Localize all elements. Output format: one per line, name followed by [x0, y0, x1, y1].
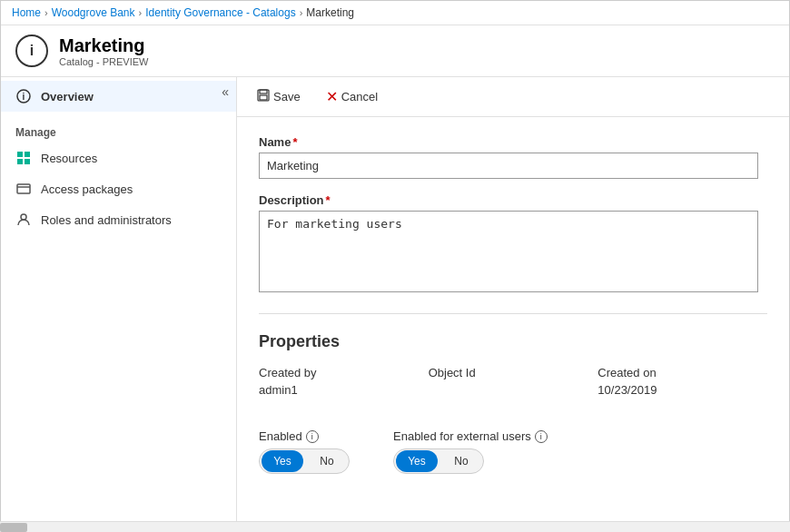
breadcrumb-sep-2: ›: [139, 7, 143, 18]
breadcrumb-sep-1: ›: [44, 7, 48, 18]
enabled-yes-option[interactable]: Yes: [262, 450, 303, 472]
external-toggle[interactable]: Yes No: [393, 448, 484, 474]
resources-icon: [15, 150, 32, 166]
main-layout: « i Overview Manage Resources: [1, 77, 789, 529]
page-header: i Marketing Catalog - PREVIEW: [1, 25, 789, 77]
sidebar-roles-label: Roles and administrators: [41, 213, 172, 227]
description-label: Description *: [259, 193, 767, 207]
cancel-icon: ✕: [326, 88, 338, 105]
breadcrumb-woodgrove[interactable]: Woodgrove Bank: [52, 6, 135, 19]
breadcrumb-current: Marketing: [306, 6, 354, 19]
external-toggle-group: Enabled for external users i Yes No: [393, 429, 548, 474]
horizontal-scrollbar[interactable]: [0, 521, 790, 532]
svg-rect-6: [260, 90, 267, 94]
created-on-col: Created on 10/23/2019: [597, 366, 767, 411]
access-packages-icon: [15, 181, 32, 197]
save-button[interactable]: Save: [252, 85, 306, 108]
scrollbar-thumb[interactable]: [0, 523, 27, 532]
enabled-no-option[interactable]: No: [305, 449, 349, 473]
sidebar: « i Overview Manage Resources: [1, 77, 237, 529]
toolbar: Save ✕ Cancel: [237, 77, 789, 117]
description-textarea[interactable]: [259, 211, 758, 292]
sidebar-item-roles[interactable]: Roles and administrators: [1, 204, 236, 235]
page-title: Marketing: [59, 35, 148, 56]
object-id-label: Object Id: [429, 366, 598, 379]
cancel-button[interactable]: ✕ Cancel: [321, 84, 383, 109]
created-on-label: Created on: [597, 366, 767, 379]
external-yes-option[interactable]: Yes: [396, 450, 438, 472]
name-required: *: [292, 135, 297, 149]
sidebar-item-overview[interactable]: i Overview: [1, 81, 236, 112]
save-icon: [257, 89, 270, 104]
breadcrumb-home[interactable]: Home: [12, 6, 41, 19]
description-group: Description *: [259, 193, 767, 295]
svg-rect-7: [260, 95, 267, 100]
form-area: Name * Description * Properties Created …: [237, 117, 789, 492]
sidebar-resources-label: Resources: [41, 152, 97, 165]
created-by-col: Created by admin1: [259, 366, 429, 411]
svg-rect-2: [17, 184, 30, 193]
properties-title: Properties: [259, 332, 767, 351]
sidebar-item-access-packages[interactable]: Access packages: [1, 173, 236, 204]
breadcrumb-sep-3: ›: [300, 7, 303, 18]
cancel-label: Cancel: [341, 90, 378, 103]
sidebar-overview-label: Overview: [41, 90, 94, 103]
title-block: Marketing Catalog - PREVIEW: [59, 35, 148, 67]
name-label: Name *: [259, 135, 767, 149]
breadcrumb-catalogs[interactable]: Identity Governance - Catalogs: [145, 6, 295, 19]
breadcrumb: Home › Woodgrove Bank › Identity Governa…: [1, 1, 789, 25]
sidebar-collapse-button[interactable]: «: [222, 84, 229, 99]
external-label: Enabled for external users i: [393, 429, 548, 443]
toggles-row: Enabled i Yes No Enabled for external us…: [259, 429, 767, 474]
external-info-icon[interactable]: i: [535, 430, 548, 443]
name-group: Name *: [259, 135, 767, 179]
created-by-label: Created by: [259, 366, 429, 379]
enabled-toggle[interactable]: Yes No: [259, 448, 350, 474]
header-icon: i: [15, 34, 48, 67]
properties-grid: Created by admin1 Object Id Created on 1…: [259, 366, 767, 411]
description-required: *: [326, 193, 331, 207]
content-area: Save ✕ Cancel Name * Description *: [237, 77, 789, 529]
enabled-label: Enabled i: [259, 429, 350, 443]
info-icon: i: [15, 88, 32, 104]
svg-point-4: [21, 214, 26, 220]
created-on-value: 10/23/2019: [597, 383, 767, 397]
save-label: Save: [273, 90, 301, 103]
external-no-option[interactable]: No: [439, 449, 483, 473]
sidebar-access-packages-label: Access packages: [41, 182, 133, 196]
section-separator: [259, 313, 767, 314]
enabled-toggle-group: Enabled i Yes No: [259, 429, 350, 474]
sidebar-manage-label: Manage: [1, 112, 236, 143]
roles-icon: [15, 212, 32, 228]
name-input[interactable]: [259, 153, 758, 179]
page-subtitle: Catalog - PREVIEW: [59, 56, 148, 67]
sidebar-item-resources[interactable]: Resources: [1, 143, 236, 173]
object-id-col: Object Id: [429, 366, 598, 411]
enabled-info-icon[interactable]: i: [306, 430, 319, 443]
svg-text:i: i: [23, 92, 25, 102]
created-by-value: admin1: [259, 383, 429, 397]
